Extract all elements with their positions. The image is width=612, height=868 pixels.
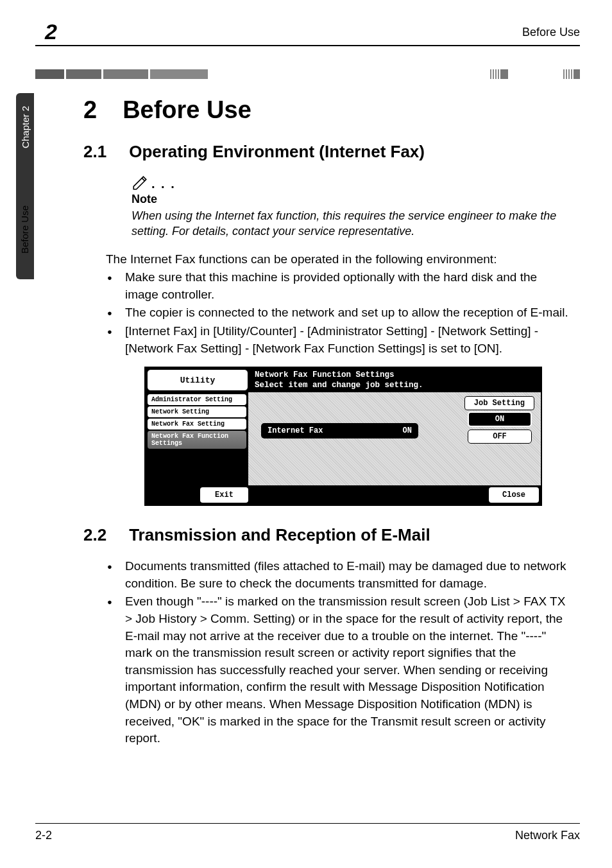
device-utility-button[interactable]: Utility [147,369,248,391]
breadcrumb-item[interactable]: Network Fax Setting [148,419,246,430]
section-1-heading: 2.1 Operating Environment (Internet Fax) [83,142,574,162]
chapter-title-text: Before Use [123,96,251,124]
breadcrumb-item[interactable]: Network Setting [148,406,246,417]
device-title: Network Fax Function Settings Select ite… [250,368,541,392]
device-breadcrumb: Administrator Setting Network Setting Ne… [146,392,248,485]
header-right-text: Before Use [522,19,580,39]
device-close-button[interactable]: Close [489,487,539,503]
list-item: Make sure that this machine is provided … [106,269,574,303]
device-off-button[interactable]: OFF [468,430,532,444]
chapter-title: 2 Before Use [83,96,574,124]
note-icon: . . . [132,175,574,191]
list-item: Documents transmitted (files attached to… [106,558,574,592]
page-footer: 2-2 Network Fax [35,823,580,842]
list-item: The copier is connected to the network a… [106,304,574,322]
header-divider [35,45,580,46]
section-2-heading: 2.2 Transmission and Reception of E-Mail [83,525,574,545]
section-2-number: 2.2 [83,525,106,545]
note-text: When using the Internet fax function, th… [132,208,574,239]
footer-doc-title: Network Fax [515,829,580,842]
breadcrumb-item[interactable]: Administrator Setting [148,394,246,405]
header-chapter-number: 2 [45,19,57,44]
list-item: [Internet Fax] in [Utility/Counter] - [A… [106,323,574,357]
device-on-button[interactable]: ON [468,412,532,427]
footer-page-number: 2-2 [35,829,52,842]
section-1-bullet-list: Make sure that this machine is provided … [106,269,574,357]
device-main-panel: Job Setting Internet Fax ON ON OFF [248,392,541,485]
decorative-bar [35,69,580,79]
section-2-bullet-list: Documents transmitted (files attached to… [106,558,574,747]
sidebar-chapter-label: Chapter 2 [20,100,31,155]
section-1-title: Operating Environment (Internet Fax) [129,142,425,162]
device-exit-button[interactable]: Exit [200,487,248,503]
device-job-setting-label: Job Setting [464,396,534,410]
list-item: Even though "----" is marked on the tran… [106,593,574,747]
section-2-title: Transmission and Reception of E-Mail [129,525,430,545]
breadcrumb-item-active[interactable]: Network Fax Function Settings [148,431,246,449]
device-internet-fax-button[interactable]: Internet Fax ON [261,423,418,438]
sidebar-section-label: Before Use [19,205,30,254]
note-label: Note [132,193,574,206]
section-1-number: 2.1 [83,142,106,162]
device-screenshot: Utility Network Fax Function Settings Se… [144,367,542,506]
section-1-intro: The Internet Fax functions can be operat… [106,251,574,268]
chapter-number: 2 [83,96,97,124]
